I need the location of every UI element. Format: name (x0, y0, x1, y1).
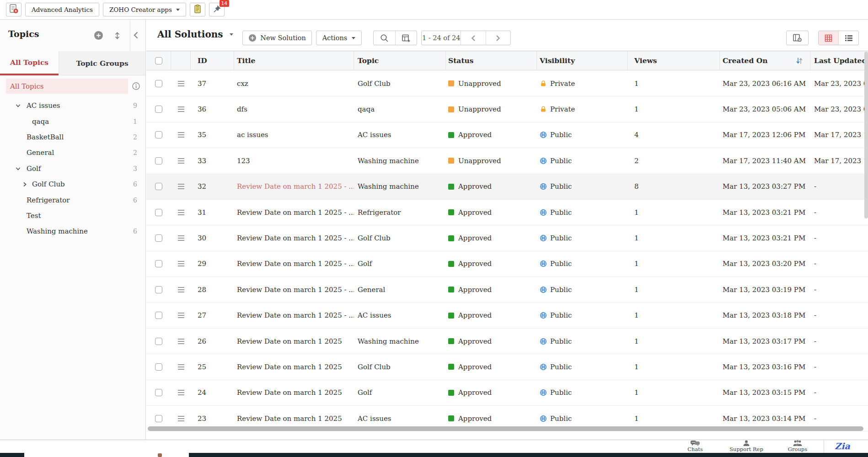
drag-handle-icon[interactable] (178, 390, 184, 395)
grid-view-button[interactable] (819, 31, 838, 45)
table-row-33[interactable]: 33123Washing machineUnapprovedPublic2Mar… (146, 148, 868, 174)
row-checkbox[interactable] (155, 183, 162, 190)
sidebar-topic-basketball[interactable]: BasketBall2 (0, 129, 145, 145)
drag-handle-icon[interactable] (178, 132, 184, 138)
select-all-header[interactable] (146, 51, 171, 70)
row-checkbox[interactable] (155, 363, 162, 371)
column-header-title[interactable]: Title (234, 51, 354, 70)
solution-title-link[interactable]: Review Date on march 1 2025 (237, 388, 342, 397)
solution-title-link[interactable]: ac issues (237, 131, 268, 139)
collapse-sidebar-button[interactable] (133, 31, 139, 41)
notes-button[interactable] (190, 3, 205, 16)
sidebar-topic-ac-issues[interactable]: AC issues9 (0, 98, 145, 113)
info-icon[interactable] (132, 82, 140, 92)
row-checkbox[interactable] (155, 80, 162, 87)
row-checkbox[interactable] (155, 260, 162, 267)
row-checkbox[interactable] (155, 234, 162, 242)
table-row-26[interactable]: 26Review Date on march 1 2025Washing mac… (146, 329, 868, 354)
table-row-32[interactable]: 32Review Date on march 1 2025 - ...Washi… (146, 174, 868, 200)
row-checkbox[interactable] (155, 286, 162, 293)
drag-handle-icon[interactable] (178, 184, 184, 189)
horizontal-scrollbar[interactable] (148, 426, 863, 431)
solution-title-link[interactable]: Review Date on march 1 2025 (237, 414, 342, 423)
sidebar-topic-qaqa[interactable]: qaqa1 (0, 113, 145, 129)
sort-icon[interactable] (795, 57, 804, 65)
drag-handle-icon[interactable] (178, 364, 184, 370)
drag-handle-icon[interactable] (178, 313, 184, 318)
drag-column-header[interactable] (171, 51, 191, 70)
sidebar-topic-washing-machine[interactable]: Washing machine6 (0, 223, 145, 239)
row-checkbox[interactable] (155, 157, 162, 165)
add-topic-button[interactable] (94, 31, 103, 42)
table-row-35[interactable]: 35ac issuesAC issuesApprovedPublic4Mar 1… (146, 122, 868, 148)
solution-title-link[interactable]: cxz (237, 80, 248, 88)
chevron-down-icon[interactable] (15, 165, 21, 174)
footer-chats[interactable]: Chats (680, 440, 710, 452)
row-checkbox[interactable] (155, 338, 162, 345)
list-view-button[interactable] (838, 31, 858, 45)
footer-support-rep[interactable]: Support Rep (727, 440, 766, 452)
drag-handle-icon[interactable] (178, 158, 184, 164)
pinned-items-button[interactable]: 14 (209, 3, 225, 16)
sidebar-topic-golf-club[interactable]: Golf Club6 (0, 176, 145, 192)
table-row-37[interactable]: 37cxzGolf ClubUnapprovedPrivate1Mar 23, … (146, 71, 868, 96)
table-row-28[interactable]: 28Review Date on march 1 2025 - ...Gener… (146, 277, 868, 303)
drag-handle-icon[interactable] (178, 287, 184, 292)
row-checkbox[interactable] (155, 209, 162, 216)
drag-handle-icon[interactable] (178, 81, 184, 86)
add-view-button[interactable] (395, 31, 417, 45)
chevron-down-icon[interactable] (15, 102, 21, 111)
creator-apps-dropdown[interactable]: ZOHO Creator apps (103, 3, 186, 16)
drag-handle-icon[interactable] (178, 235, 184, 241)
sidebar-topic-refrigerator[interactable]: Refrigerator6 (0, 192, 145, 207)
table-row-25[interactable]: 25Review Date on march 1 2025Golf ClubAp… (146, 354, 868, 380)
taskbar-app-segment[interactable] (24, 453, 189, 457)
footer-groups[interactable]: Groups (783, 440, 812, 452)
solution-title-link[interactable]: dfs (237, 105, 247, 113)
drag-handle-icon[interactable] (178, 106, 184, 112)
sidebar-topic-test[interactable]: Test (0, 208, 145, 223)
search-button[interactable] (374, 31, 395, 45)
sidebar-topic-general[interactable]: General2 (0, 145, 145, 160)
column-header-created[interactable]: Created On (720, 51, 810, 70)
column-header-visibility[interactable]: Visibility (537, 51, 628, 70)
solution-title-link[interactable]: Review Date on march 1 2025 - ... (237, 182, 354, 191)
column-header-id[interactable]: ID (191, 51, 234, 70)
row-checkbox[interactable] (155, 131, 162, 138)
actions-button[interactable]: Actions (316, 31, 362, 45)
chevron-right-icon[interactable] (22, 181, 28, 189)
table-row-31[interactable]: 31Review Date on march 1 2025 - ...Refri… (146, 200, 868, 225)
solution-title-link[interactable]: Review Date on march 1 2025 (237, 363, 342, 371)
zia-logo[interactable]: Zia (829, 441, 856, 451)
new-solution-button[interactable]: New Solution (242, 31, 312, 45)
solution-title-link[interactable]: Review Date on march 1 2025 - ... (237, 260, 354, 268)
table-row-36[interactable]: 36dfsqaqaUnapprovedPrivate1Mar 23, 2023 … (146, 96, 868, 122)
drag-handle-icon[interactable] (178, 339, 184, 344)
solution-title-link[interactable]: 123 (237, 157, 250, 165)
table-row-24[interactable]: 24Review Date on march 1 2025GolfApprove… (146, 380, 868, 406)
reorder-topics-icon[interactable] (113, 32, 121, 42)
advanced-analytics-button[interactable]: Advanced Analytics (25, 3, 99, 16)
table-row-27[interactable]: 27Review Date on march 1 2025 - ...AC is… (146, 303, 868, 329)
view-selector[interactable]: All Solutions (157, 29, 233, 40)
sidebar-topic-golf[interactable]: Golf3 (0, 161, 145, 176)
column-settings-button[interactable] (786, 31, 809, 45)
solution-title-link[interactable]: Review Date on march 1 2025 - ... (237, 208, 354, 217)
row-checkbox[interactable] (155, 389, 162, 396)
column-header-updated[interactable]: Last Updated On (810, 51, 868, 70)
drag-handle-icon[interactable] (178, 416, 184, 421)
tab-topic-groups[interactable]: Topic Groups (59, 51, 145, 75)
vertical-scrollbar[interactable] (864, 52, 868, 218)
column-header-status[interactable]: Status (446, 51, 537, 70)
solution-title-link[interactable]: Review Date on march 1 2025 - ... (237, 286, 354, 294)
all-topics-filter[interactable]: All Topics (6, 79, 128, 94)
new-document-button[interactable] (6, 3, 21, 16)
select-all-checkbox[interactable] (155, 57, 162, 64)
row-checkbox[interactable] (155, 312, 162, 319)
table-row-30[interactable]: 30Review Date on march 1 2025 - ...Golf … (146, 225, 868, 251)
next-page-button[interactable] (486, 31, 510, 45)
tab-all-topics[interactable]: All Topics (0, 51, 59, 75)
row-checkbox[interactable] (155, 106, 162, 113)
solution-title-link[interactable]: Review Date on march 1 2025 (237, 337, 342, 345)
prev-page-button[interactable] (461, 31, 485, 45)
